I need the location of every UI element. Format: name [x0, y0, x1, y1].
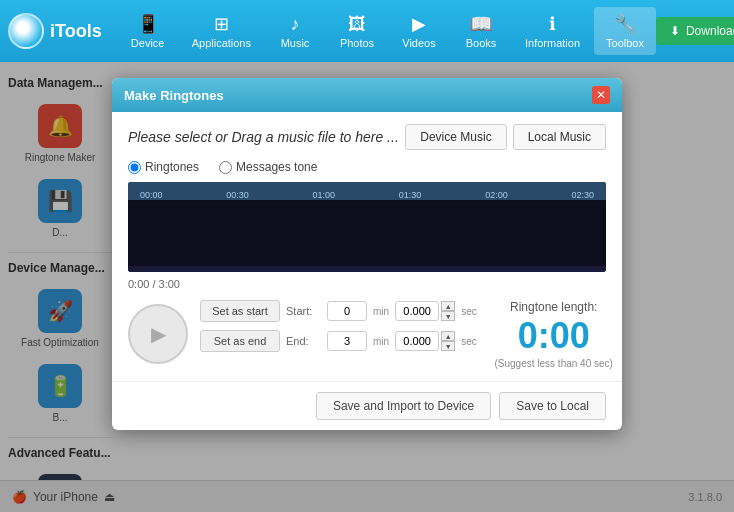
mark-1: 00:30 [226, 190, 249, 200]
end-min-unit: min [373, 336, 389, 347]
end-label: End: [286, 335, 321, 347]
end-sec-up[interactable]: ▲ [441, 331, 455, 341]
timeline-marks: 00:00 00:30 01:00 01:30 02:00 02:30 [132, 190, 602, 200]
play-icon: ▶ [151, 322, 166, 346]
select-file-text: Please select or Drag a music file to he… [128, 129, 399, 145]
set-start-button[interactable]: Set as start [200, 300, 280, 322]
end-sec-down[interactable]: ▼ [441, 341, 455, 351]
ringtone-length-panel: Ringtone length: 0:00 (Suggest less than… [489, 300, 619, 369]
nav-videos[interactable]: ▶ Videos [389, 7, 449, 55]
toolbar: iTools 📱 Device ⊞ Applications ♪ Music 🖼… [0, 0, 734, 62]
radio-messages-input[interactable] [219, 161, 232, 174]
select-file-row: Please select or Drag a music file to he… [128, 124, 606, 150]
device-icon: 📱 [137, 13, 159, 35]
end-sec-spinner: ▲ ▼ [395, 331, 455, 351]
start-min-unit: min [373, 306, 389, 317]
nav-toolbox-label: Toolbox [606, 37, 644, 49]
time-display: 0:00 / 3:00 [128, 278, 606, 290]
start-min-input[interactable] [327, 301, 367, 321]
svg-rect-0 [128, 206, 606, 266]
mark-4: 02:00 [485, 190, 508, 200]
end-sec-input[interactable] [395, 331, 439, 351]
photos-icon: 🖼 [348, 14, 366, 35]
device-music-button[interactable]: Device Music [405, 124, 506, 150]
mark-3: 01:30 [399, 190, 422, 200]
nav-photos-label: Photos [340, 37, 374, 49]
end-sec-unit: sec [461, 336, 477, 347]
start-sec-unit: sec [461, 306, 477, 317]
end-sec-spinner-btns: ▲ ▼ [441, 331, 455, 351]
radio-messages-tone[interactable]: Messages tone [219, 160, 317, 174]
save-import-button[interactable]: Save and Import to Device [316, 392, 491, 420]
mark-5: 02:30 [571, 190, 594, 200]
modal-close-button[interactable]: ✕ [592, 86, 610, 104]
nav-music-label: Music [281, 37, 310, 49]
download-button[interactable]: ⬇ Download [656, 17, 734, 45]
start-label: Start: [286, 305, 321, 317]
nav-videos-label: Videos [402, 37, 435, 49]
radio-messages-label: Messages tone [236, 160, 317, 174]
information-icon: ℹ [549, 13, 556, 35]
waveform-container: 00:00 00:30 01:00 01:30 02:00 02:30 [128, 182, 606, 272]
start-sec-up[interactable]: ▲ [441, 301, 455, 311]
books-icon: 📖 [470, 13, 492, 35]
set-start-row: Set as start Start: min ▲ ▼ sec [200, 300, 477, 322]
nav-photos[interactable]: 🖼 Photos [327, 8, 387, 55]
start-sec-down[interactable]: ▼ [441, 311, 455, 321]
videos-icon: ▶ [412, 13, 426, 35]
end-min-input[interactable] [327, 331, 367, 351]
nav-books[interactable]: 📖 Books [451, 7, 511, 55]
radio-ringtones[interactable]: Ringtones [128, 160, 199, 174]
modal-title: Make Ringtones [124, 88, 224, 103]
radio-row: Ringtones Messages tone [128, 160, 606, 174]
set-end-button[interactable]: Set as end [200, 330, 280, 352]
logo-icon [8, 13, 44, 49]
nav-information[interactable]: ℹ Information [513, 7, 592, 55]
file-buttons: Device Music Local Music [405, 124, 606, 150]
waveform-area[interactable] [128, 200, 606, 272]
waveform-svg [128, 206, 606, 266]
local-music-button[interactable]: Local Music [513, 124, 606, 150]
start-sec-input[interactable] [395, 301, 439, 321]
nav-information-label: Information [525, 37, 580, 49]
nav-applications-label: Applications [192, 37, 251, 49]
toolbar-nav: 📱 Device ⊞ Applications ♪ Music 🖼 Photos… [118, 7, 656, 55]
applications-icon: ⊞ [214, 13, 229, 35]
modal-body: Please select or Drag a music file to he… [112, 112, 622, 381]
radio-ringtones-input[interactable] [128, 161, 141, 174]
music-icon: ♪ [291, 14, 300, 35]
controls-row: ▶ Set as start Start: min ▲ ▼ [128, 300, 606, 369]
play-button[interactable]: ▶ [128, 304, 188, 364]
ringtone-length-label: Ringtone length: [489, 300, 619, 314]
download-icon: ⬇ [670, 24, 680, 38]
modal-header: Make Ringtones ✕ [112, 78, 622, 112]
start-sec-spinner-btns: ▲ ▼ [441, 301, 455, 321]
download-label: Download [686, 24, 734, 38]
set-controls: Set as start Start: min ▲ ▼ sec [200, 300, 477, 352]
nav-device[interactable]: 📱 Device [118, 7, 178, 55]
mark-2: 01:00 [313, 190, 336, 200]
nav-toolbox[interactable]: 🔧 Toolbox [594, 7, 656, 55]
nav-music[interactable]: ♪ Music [265, 8, 325, 55]
set-end-row: Set as end End: min ▲ ▼ sec [200, 330, 477, 352]
nav-books-label: Books [466, 37, 497, 49]
nav-device-label: Device [131, 37, 165, 49]
app-logo: iTools [8, 13, 102, 49]
ringtone-suggest: (Suggest less than 40 sec) [489, 358, 619, 369]
modal-footer: Save and Import to Device Save to Local [112, 381, 622, 430]
start-sec-spinner: ▲ ▼ [395, 301, 455, 321]
toolbox-icon: 🔧 [614, 13, 636, 35]
ringtone-time-display: 0:00 [489, 318, 619, 354]
modal-overlay: Make Ringtones ✕ Please select or Drag a… [0, 62, 734, 512]
mark-0: 00:00 [140, 190, 163, 200]
timeline-ruler: 00:00 00:30 01:00 01:30 02:00 02:30 [128, 182, 606, 200]
app-name: iTools [50, 21, 102, 42]
radio-ringtones-label: Ringtones [145, 160, 199, 174]
nav-applications[interactable]: ⊞ Applications [180, 7, 263, 55]
make-ringtones-modal: Make Ringtones ✕ Please select or Drag a… [112, 78, 622, 430]
save-local-button[interactable]: Save to Local [499, 392, 606, 420]
